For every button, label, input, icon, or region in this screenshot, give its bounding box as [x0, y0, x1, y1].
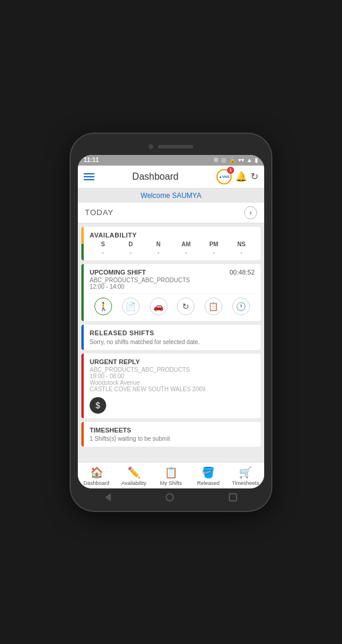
avail-grid-headers: S D N AM PM NS: [90, 241, 255, 247]
list-icon[interactable]: 📋: [205, 298, 222, 315]
nav-timesheets-label: Timesheets: [232, 480, 259, 486]
notification-count: 1: [227, 167, 234, 174]
availability-icon: ✏️: [127, 466, 140, 479]
avail-col-am: AM: [173, 241, 199, 247]
timesheets-icon: 🛒: [239, 466, 252, 479]
nav-released[interactable]: 🪣 Released: [190, 466, 227, 486]
phone-screen: 11:11 ⚙ ◎ 🔒 ▾▾ ▲ ▮ Dashboard ▲VNS: [78, 155, 264, 488]
upcoming-header-row: UPCOMING SHIFT 00:48:52: [90, 269, 255, 276]
nav-released-label: Released: [197, 480, 219, 486]
clock-icon[interactable]: 🕐: [232, 298, 250, 315]
today-bar: TODAY ›: [78, 203, 264, 223]
urgent-content: URGENT REPLY ABC_PRODUCTS_ABC_PRODUCTS 1…: [84, 354, 261, 418]
released-message: Sorry, no shifts matched for selected da…: [90, 339, 255, 345]
status-time: 11:11: [84, 157, 99, 163]
released-icon: 🪣: [202, 466, 215, 479]
urgent-title: URGENT REPLY: [90, 358, 255, 365]
refresh-circle-icon[interactable]: ↻: [177, 298, 195, 315]
bottom-nav: 🏠 Dashboard ✏️ Availability 📋 My Shifts …: [78, 462, 264, 488]
refresh-icon[interactable]: ↻: [251, 171, 258, 182]
cast-icon: ◎: [221, 157, 226, 163]
avail-grid-values: - - - - - -: [90, 247, 255, 256]
avail-col-n: N: [145, 241, 172, 247]
car-icon[interactable]: 🚗: [150, 298, 167, 315]
nav-availability[interactable]: ✏️ Availability: [115, 466, 152, 486]
avail-val-ns: -: [228, 249, 255, 256]
home-button[interactable]: [166, 493, 174, 501]
nav-dashboard[interactable]: 🏠 Dashboard: [78, 466, 115, 486]
welcome-bar: Welcome SAUMYA: [78, 189, 264, 203]
nav-availability-label: Availability: [121, 480, 146, 486]
urgent-address1: Woodstock Avenue: [90, 379, 255, 386]
urgent-address2: CASTLE COVE NEW SOUTH WALES 2069: [90, 386, 255, 392]
availability-card: AVAILABILITY S D N AM PM NS - - -: [81, 227, 261, 260]
released-title: RELEASED SHIFTS: [90, 329, 255, 336]
document-icon[interactable]: 📄: [122, 298, 140, 315]
avail-col-s: S: [90, 241, 116, 247]
status-icons: ⚙ ◎ 🔒 ▾▾ ▲ ▮: [213, 157, 258, 163]
avail-val-am: -: [173, 249, 199, 256]
upcoming-timer: 00:48:52: [229, 269, 255, 276]
camera: [149, 144, 153, 149]
bell-icon[interactable]: 🔔: [235, 171, 247, 182]
ts-card-wrapper: TIMESHEETS 1 Shifts(s) waiting to be sub…: [81, 422, 261, 447]
menu-button[interactable]: [84, 173, 94, 180]
avail-col-pm: PM: [200, 241, 227, 247]
urgent-card-wrapper: URGENT REPLY ABC_PRODUCTS_ABC_PRODUCTS 1…: [81, 354, 261, 418]
urgent-reply-card: URGENT REPLY ABC_PRODUCTS_ABC_PRODUCTS 1…: [81, 354, 261, 418]
vns-badge[interactable]: ▲VNS 1: [216, 169, 232, 184]
battery-icon: ▮: [255, 157, 258, 163]
ts-message: 1 Shifts(s) waiting to be submit: [90, 435, 255, 442]
back-button[interactable]: [105, 493, 111, 501]
settings-icon: ⚙: [213, 157, 219, 163]
avail-title: AVAILABILITY: [90, 232, 255, 239]
phone-bottom-nav: [78, 488, 264, 504]
avail-val-s: -: [90, 249, 116, 256]
upcoming-card-wrapper: UPCOMING SHIFT 00:48:52 ABC_PRODUCTS_ABC…: [81, 264, 261, 321]
urgent-time: 19:00 - 08:00: [90, 373, 255, 379]
today-next-button[interactable]: ›: [244, 206, 257, 219]
action-icons-row: 🚶 📄 🚗 ↻ 📋 🕐: [90, 293, 255, 316]
signal-icon: ▲: [246, 157, 252, 163]
phone-top: [78, 141, 264, 153]
avail-content: AVAILABILITY S D N AM PM NS - - -: [84, 227, 261, 260]
upcoming-shift-card: UPCOMING SHIFT 00:48:52 ABC_PRODUCTS_ABC…: [81, 264, 261, 321]
released-shifts-card: RELEASED SHIFTS Sorry, no shifts matched…: [81, 325, 261, 350]
app-header: Dashboard ▲VNS 1 🔔 ↻: [78, 166, 264, 189]
nav-my-shifts[interactable]: 📋 My Shifts: [152, 466, 189, 486]
wifi-icon: ▾▾: [238, 157, 244, 163]
page-title: Dashboard: [132, 171, 178, 182]
recents-button[interactable]: [229, 493, 237, 501]
timesheets-card: TIMESHEETS 1 Shifts(s) waiting to be sub…: [81, 422, 261, 447]
dollar-icon: $: [96, 401, 100, 410]
today-label: TODAY: [85, 208, 114, 217]
status-bar: 11:11 ⚙ ◎ 🔒 ▾▾ ▲ ▮: [78, 155, 264, 166]
speaker: [158, 145, 193, 148]
nav-dashboard-label: Dashboard: [84, 480, 110, 486]
dollar-button[interactable]: $: [90, 397, 106, 414]
avail-col-ns: NS: [228, 241, 255, 247]
main-scroll-area: AVAILABILITY S D N AM PM NS - - -: [78, 223, 264, 462]
avail-val-d: -: [117, 249, 144, 256]
released-card-wrapper: RELEASED SHIFTS Sorry, no shifts matched…: [81, 325, 261, 350]
hamburger-line1: [84, 173, 94, 174]
released-content: RELEASED SHIFTS Sorry, no shifts matched…: [84, 325, 261, 350]
welcome-text: Welcome SAUMYA: [141, 191, 202, 200]
upcoming-content: UPCOMING SHIFT 00:48:52 ABC_PRODUCTS_ABC…: [84, 264, 261, 321]
walk-icon[interactable]: 🚶: [94, 298, 112, 315]
header-icons: ▲VNS 1 🔔 ↻: [216, 169, 258, 184]
avail-card-wrapper: AVAILABILITY S D N AM PM NS - - -: [81, 227, 261, 260]
upcoming-time: 12:00 - 14:00: [90, 283, 255, 290]
upcoming-title: UPCOMING SHIFT: [90, 269, 146, 276]
lock-icon: 🔒: [229, 157, 236, 163]
urgent-company: ABC_PRODUCTS_ABC_PRODUCTS: [90, 366, 255, 373]
avail-col-d: D: [117, 241, 144, 247]
my-shifts-icon: 📋: [165, 466, 177, 479]
dashboard-icon: 🏠: [90, 466, 103, 479]
nav-timesheets[interactable]: 🛒 Timesheets: [227, 466, 264, 486]
ts-content: TIMESHEETS 1 Shifts(s) waiting to be sub…: [84, 422, 261, 447]
avail-val-n: -: [145, 249, 172, 256]
hamburger-line2: [84, 176, 94, 177]
upcoming-company: ABC_PRODUCTS_ABC_PRODUCTS: [90, 277, 255, 283]
ts-title: TIMESHEETS: [90, 427, 255, 434]
